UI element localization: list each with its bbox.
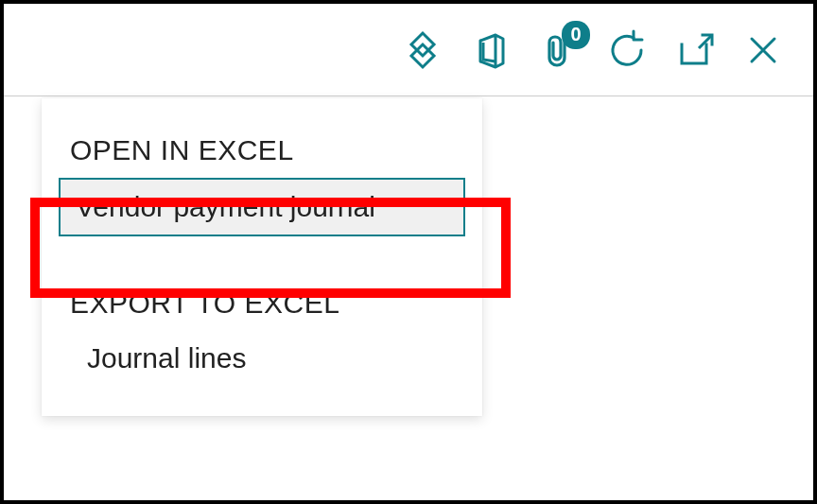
popout-icon[interactable]	[671, 26, 719, 74]
office-dropdown-panel: OPEN IN EXCEL Vendor payment journal EXP…	[42, 98, 482, 416]
export-to-excel-item-journal-lines[interactable]: Journal lines	[59, 331, 465, 386]
office-icon[interactable]	[467, 26, 514, 74]
open-in-excel-item-vendor-payment-journal[interactable]: Vendor payment journal	[59, 178, 465, 236]
attachment-icon[interactable]: 0	[535, 26, 582, 74]
refresh-icon[interactable]	[603, 26, 651, 74]
section-spacer	[42, 238, 482, 278]
diamond-stack-icon[interactable]	[399, 26, 446, 74]
toolbar: 0	[4, 4, 813, 96]
export-to-excel-header: EXPORT TO EXCEL	[42, 278, 482, 329]
close-icon[interactable]	[739, 26, 787, 74]
attachment-count-badge: 0	[562, 21, 590, 49]
open-in-excel-header: OPEN IN EXCEL	[42, 125, 482, 176]
